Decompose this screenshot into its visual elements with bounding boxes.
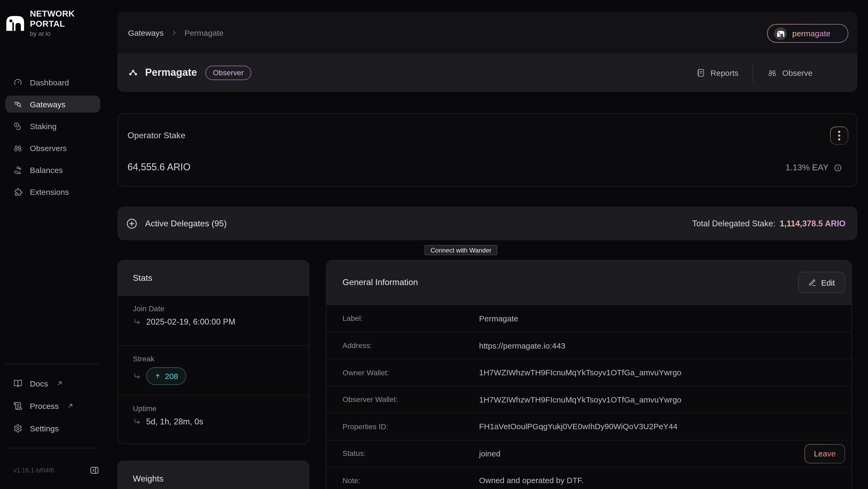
- stat-row-join-date: Join Date 2025-02-19, 6:00:00 PM: [118, 296, 309, 345]
- stat-label: Streak: [133, 354, 309, 363]
- kebab-icon: [831, 127, 848, 144]
- sidebar-item-dashboard[interactable]: Dashboard: [5, 74, 100, 91]
- active-delegates-bar[interactable]: Active Delegates (95) Total Delegated St…: [117, 207, 857, 240]
- connected-wallet-button[interactable]: permagate: [767, 24, 848, 43]
- brand-title-line1: NETWORK: [30, 8, 75, 19]
- connected-wallet-inner: permagate: [768, 25, 848, 42]
- breadcrumb-current: Permagate: [184, 28, 223, 37]
- sidebar-item-label: Gateways: [30, 99, 65, 109]
- stat-value: 2025-02-19, 6:00:00 PM: [146, 317, 235, 327]
- page-header-card: Gateways Permagate permagate: [117, 12, 857, 92]
- plus-circle-icon[interactable]: [126, 218, 137, 229]
- external-link-icon: [57, 380, 63, 386]
- breadcrumb-gateways-link[interactable]: Gateways: [128, 28, 163, 37]
- sidebar-item-label: Balances: [30, 165, 63, 174]
- info-label: Note:: [342, 476, 479, 485]
- info-value: https://permagate.io:443: [479, 341, 565, 350]
- weights-panel: Weights: [117, 461, 309, 489]
- sidebar-item-settings[interactable]: Settings: [5, 420, 100, 437]
- corner-down-right-icon: [133, 418, 142, 426]
- info-label: Properties ID:: [342, 422, 479, 431]
- brand-title-line2: PORTAL: [30, 19, 75, 29]
- collapse-sidebar-button[interactable]: [89, 465, 100, 476]
- puzzle-icon: [13, 187, 22, 196]
- brand: NETWORK PORTAL by ar.io: [5, 8, 75, 37]
- sidebar-item-label: Settings: [30, 424, 59, 433]
- info-row-note: Note: Owned and operated by DTF.: [327, 467, 851, 489]
- tooltip-text: Connect with Wander: [431, 247, 492, 254]
- version-label: v1.16.1-bf04f6: [13, 467, 54, 474]
- gateway-name: Permagate: [145, 67, 197, 79]
- operator-stake-card: Operator Stake 64,555.6 ARIO 1.13% EAY: [117, 113, 857, 187]
- info-row-observer-wallet: Observer Wallet: 1H7WZIWhzwTH9FIcnuMqYkT…: [327, 386, 851, 413]
- list-search-icon: [13, 99, 22, 109]
- notebook-icon: [696, 68, 705, 77]
- operator-stake-title: Operator Stake: [127, 131, 185, 140]
- streak-badge: 208: [146, 367, 186, 385]
- info-row-label: Label: Permagate: [327, 305, 851, 332]
- total-delegated-stake: Total Delegated Stake: 1,114,378.5 ARIO: [692, 219, 846, 228]
- stats-header: Stats: [118, 260, 309, 296]
- info-label: Address:: [342, 341, 479, 350]
- weights-header: Weights: [118, 461, 309, 489]
- sidebar-divider-bottom: [5, 448, 99, 449]
- stat-label: Join Date: [133, 304, 309, 313]
- info-value: joined: [479, 449, 500, 458]
- wallet-name: permagate: [792, 29, 830, 38]
- sidebar-item-balances[interactable]: Balances: [5, 161, 100, 178]
- stat-row-streak: Streak 208: [118, 345, 309, 395]
- gateway-title-bar: Permagate Observer Reports: [117, 53, 857, 92]
- info-value: 1H7WZIWhzwTH9FIcnuMqYkTsoyv1OTfGa_amvuYw…: [479, 368, 682, 377]
- info-label: Owner Wallet:: [342, 368, 479, 377]
- gateway-node-icon: [128, 67, 138, 78]
- sidebar-item-process[interactable]: Process: [5, 397, 100, 414]
- observer-badge: Observer: [206, 65, 251, 80]
- edit-button[interactable]: Edit: [798, 272, 845, 293]
- eay-indicator: 1.13% EAY: [785, 163, 842, 172]
- edit-label: Edit: [821, 278, 835, 287]
- sidebar-item-staking[interactable]: Staking: [5, 117, 100, 135]
- sidebar-item-docs[interactable]: Docs: [5, 375, 100, 392]
- title-actions: Reports Observe: [696, 63, 812, 82]
- reports-button[interactable]: Reports: [696, 68, 739, 77]
- pencil-icon: [808, 279, 816, 286]
- total-delegated-stake-value: 1,114,378.5 ARIO: [780, 219, 846, 228]
- stake-menu-button[interactable]: [830, 126, 848, 145]
- info-icon[interactable]: [833, 163, 842, 172]
- info-value: 1H7WZIWhzwTH9FIcnuMqYkTsoyv1OTfGa_amvuYw…: [479, 395, 682, 404]
- info-row-status: Status: joined Leave: [327, 440, 851, 467]
- gauge-icon: [13, 78, 22, 87]
- info-row-properties-id: Properties ID: FH1aVetOoulPGqgYukj0VE0wI…: [327, 413, 851, 440]
- actions-divider: [753, 63, 753, 82]
- stats-title: Stats: [133, 273, 152, 283]
- sidebar-item-gateways[interactable]: Gateways: [5, 95, 100, 113]
- stat-label: Uptime: [133, 404, 309, 413]
- info-row-address: Address: https://permagate.io:443: [327, 332, 851, 359]
- sidebar-item-observers[interactable]: Observers: [5, 139, 100, 156]
- sidebar-item-label: Dashboard: [30, 78, 69, 87]
- sidebar-divider-top: [5, 364, 99, 364]
- active-delegates-label: Active Delegates (95): [145, 219, 227, 228]
- stat-value: 5d, 1h, 28m, 0s: [146, 417, 203, 427]
- connect-with-wander-tooltip: Connect with Wander: [425, 245, 497, 255]
- operator-stake-value: 64,555.6 ARIO: [127, 162, 190, 173]
- leave-label: Leave: [814, 449, 836, 458]
- sidebar-item-extensions[interactable]: Extensions: [5, 183, 100, 200]
- scroll-icon: [13, 401, 22, 410]
- sidebar-item-label: Extensions: [30, 187, 69, 196]
- sidebar-item-label: Staking: [30, 121, 57, 131]
- observe-button[interactable]: Observe: [768, 68, 812, 77]
- ario-logo-icon: [5, 8, 25, 37]
- leave-button[interactable]: Leave: [805, 444, 845, 463]
- stat-row-uptime: Uptime 5d, 1h, 28m, 0s: [118, 395, 309, 444]
- info-label: Label:: [342, 314, 479, 323]
- sidebar-links: Docs Process: [5, 375, 100, 437]
- sidebar: NETWORK PORTAL by ar.io Dashboard: [0, 0, 112, 489]
- coins-icon: [13, 121, 22, 131]
- sidebar-item-label: Process: [30, 401, 59, 410]
- stats-panel: Stats Join Date 2025-02-19, 6:00:00 PM S…: [117, 260, 309, 444]
- weights-title: Weights: [133, 474, 163, 484]
- arrow-up-icon: [154, 373, 161, 379]
- info-row-owner-wallet: Owner Wallet: 1H7WZIWhzwTH9FIcnuMqYkTsoy…: [327, 359, 851, 386]
- sidebar-item-label: Docs: [30, 379, 48, 388]
